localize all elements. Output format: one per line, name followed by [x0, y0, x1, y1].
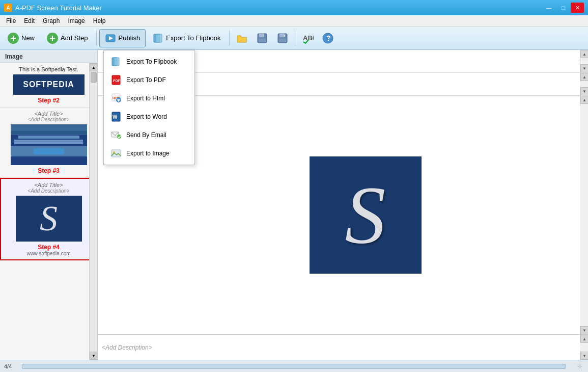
dropdown-flipbook-label: Export To Flipbook: [126, 58, 177, 65]
toolbar-sep-2: [229, 31, 230, 46]
help-icon: ?: [322, 32, 334, 44]
save-as-icon: +: [276, 32, 289, 44]
publish-button[interactable]: Publish: [99, 29, 146, 47]
s-logo-thumb: S: [16, 196, 82, 242]
svg-text:?: ?: [326, 34, 331, 42]
title-bar-controls: — □ ✕: [542, 3, 584, 13]
left-panel: Image This is a Softpedia Test. SOFTPEDI…: [0, 50, 98, 360]
open-button[interactable]: [232, 29, 251, 47]
dropdown-html-label: Export to Html: [126, 95, 165, 102]
new-label: New: [21, 34, 35, 42]
thumb-url-4: www.softpedia.com: [4, 251, 93, 256]
menu-graph[interactable]: Graph: [39, 15, 64, 26]
dropdown-export-image[interactable]: Export to Image: [104, 144, 194, 163]
resize-handle[interactable]: ⊹: [576, 362, 584, 370]
dropdown-send-email[interactable]: Send By Email: [104, 126, 194, 144]
canvas-bottom: <Add Description> ▲ ▼: [98, 334, 588, 360]
status-bar: 4/4 ⊹: [0, 360, 588, 372]
menu-image[interactable]: Image: [64, 15, 89, 26]
svg-text:+: +: [284, 34, 286, 38]
svg-rect-9: [259, 34, 264, 37]
thumbnail-item-2[interactable]: This is a Softpedia Test. SOFTPEDIA Step…: [0, 63, 97, 108]
add-step-icon: [47, 33, 58, 44]
dropdown-email-label: Send By Email: [126, 131, 166, 139]
step-label-4: Step #4: [4, 244, 93, 251]
step-label-3: Step #3: [3, 167, 94, 174]
svg-rect-13: [279, 39, 286, 42]
dropdown-image-icon: [110, 147, 122, 160]
canvas-s-logo: S: [310, 156, 422, 274]
menu-file[interactable]: File: [2, 15, 20, 26]
dropdown-html-icon: HTML: [110, 92, 122, 104]
help-button[interactable]: ?: [318, 29, 338, 47]
new-icon: [8, 33, 19, 44]
canvas-top-scrollbar[interactable]: ▲ ▼: [580, 50, 588, 72]
menu-bar: File Edit Graph Image Help: [0, 15, 588, 26]
publish-icon: [105, 33, 116, 44]
save-button[interactable]: [253, 29, 272, 47]
dropdown-word-label: Export to Word: [126, 113, 167, 120]
dropdown-export-word[interactable]: W Export to Word: [104, 108, 194, 126]
step-label-2: Step #2: [3, 97, 94, 104]
main-area: Image This is a Softpedia Test. SOFTPEDI…: [0, 50, 588, 360]
status-step-count: 4/4: [4, 363, 12, 369]
spellcheck-button[interactable]: ABC: [298, 29, 317, 47]
thumb-add-title-4: <Add Title>: [4, 182, 93, 188]
thumb-add-desc-4: <Add Description>: [4, 188, 93, 194]
svg-rect-19: [114, 58, 119, 66]
title-bar-left: A A-PDF Screen Tutorial Maker: [4, 4, 102, 12]
publish-label: Publish: [119, 34, 141, 42]
add-step-label: Add Step: [61, 34, 88, 42]
new-button[interactable]: New: [2, 29, 40, 47]
svg-rect-30: [111, 150, 121, 157]
app-icon: A: [4, 4, 12, 12]
menu-help[interactable]: Help: [89, 15, 110, 26]
canvas-main-scrollbar[interactable]: ▲ ▼: [580, 96, 588, 334]
thumb-add-title-3: <Add Title>: [3, 111, 94, 117]
app-title: A-PDF Screen Tutorial Maker: [15, 4, 102, 12]
dropdown-menu: Export To Flipbook PDF Export To PDF HTM…: [103, 50, 195, 165]
screenshot-thumb-3: [11, 124, 87, 165]
toolbar-sep-3: [295, 31, 295, 46]
thumbnail-item-4[interactable]: <Add Title> <Add Description> S Step #4 …: [0, 178, 97, 260]
spellcheck-icon: ABC: [301, 32, 314, 44]
open-icon: [236, 32, 248, 44]
export-flipbook-button[interactable]: Export To Flipbook: [147, 29, 226, 47]
flipbook-icon: [152, 33, 163, 44]
save-icon: [256, 32, 268, 44]
canvas-bottom-scrollbar[interactable]: ▲ ▼: [580, 335, 588, 360]
s-letter: S: [345, 168, 386, 262]
minimize-button[interactable]: —: [542, 3, 555, 13]
canvas-title-scrollbar[interactable]: ▲ ▼: [580, 73, 588, 95]
svg-rect-10: [259, 39, 266, 42]
dropdown-word-icon: W: [110, 111, 122, 123]
panel-tab-image[interactable]: Image: [0, 50, 97, 63]
save-as-button[interactable]: +: [273, 29, 292, 47]
dropdown-pdf-label: Export To PDF: [126, 76, 166, 84]
dropdown-image-label: Export to Image: [126, 150, 170, 157]
svg-rect-7: [156, 34, 162, 42]
left-panel-scrollbar[interactable]: ▲ ▼: [89, 63, 97, 360]
toolbar: New Add Step Publish Export To Flipbook: [0, 26, 588, 50]
thumb-add-desc-3: <Add Description>: [3, 117, 94, 122]
canvas-description-placeholder: <Add Description>: [102, 344, 152, 351]
dropdown-export-html[interactable]: HTML Export to Html: [104, 89, 194, 108]
menu-edit[interactable]: Edit: [20, 15, 39, 26]
thumb-text-2: This is a Softpedia Test.: [3, 66, 94, 72]
dropdown-email-icon: [110, 129, 122, 141]
add-step-button[interactable]: Add Step: [41, 29, 94, 47]
toolbar-sep-1: [96, 31, 97, 46]
thumbnail-item-3[interactable]: <Add Title> <Add Description> Step #3: [0, 108, 97, 178]
close-button[interactable]: ✕: [571, 3, 584, 13]
export-flipbook-label: Export To Flipbook: [166, 34, 220, 42]
dropdown-export-flipbook[interactable]: Export To Flipbook: [104, 52, 194, 71]
progress-bar: [22, 364, 566, 369]
dropdown-flipbook-icon: [110, 56, 122, 68]
softpedia-logo: SOFTPEDIA: [13, 74, 85, 95]
dropdown-pdf-icon: PDF: [110, 74, 122, 86]
title-bar: A A-PDF Screen Tutorial Maker — □ ✕: [0, 0, 588, 15]
svg-text:PDF: PDF: [113, 79, 121, 83]
dropdown-export-pdf[interactable]: PDF Export To PDF: [104, 71, 194, 89]
maximize-button[interactable]: □: [556, 3, 570, 13]
svg-text:W: W: [113, 114, 118, 120]
